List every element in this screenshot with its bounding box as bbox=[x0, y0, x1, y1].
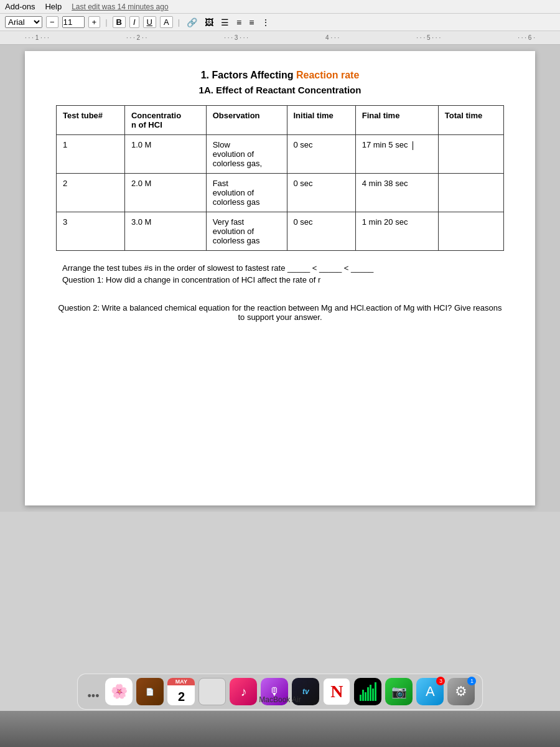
arrange-text: Arrange the test tubes #s in the order o… bbox=[56, 263, 504, 273]
col-header-observation: Observation bbox=[206, 106, 287, 135]
macbook-label-container: MacBook Air bbox=[0, 693, 560, 705]
cell-total-1[interactable] bbox=[438, 135, 503, 174]
font-selector[interactable]: Arial bbox=[5, 16, 42, 28]
cell-total-2[interactable] bbox=[438, 174, 503, 212]
cell-conc-1: 1.0 M bbox=[124, 135, 206, 174]
font-size-input[interactable] bbox=[62, 16, 85, 28]
last-edit-label: Last edit was 14 minutes ago bbox=[72, 2, 168, 11]
col-header-tube: Test tube# bbox=[57, 106, 125, 135]
cell-obs-2: Fastevolution ofcolorless gas bbox=[206, 174, 287, 212]
document-title: 1. Factors Affecting Reaction rate bbox=[56, 70, 504, 81]
align-button[interactable]: ≡ bbox=[247, 17, 256, 28]
ruler-mark-5: · · · 5 · · · bbox=[416, 34, 441, 41]
menu-addons[interactable]: Add-ons bbox=[5, 2, 35, 11]
bottom-bar bbox=[0, 711, 560, 747]
calendar-month: MAY bbox=[167, 678, 195, 685]
indent-button[interactable]: ☰ bbox=[219, 17, 231, 28]
cursor-blink bbox=[413, 141, 413, 150]
strikethrough-button[interactable]: A bbox=[160, 16, 173, 28]
appstore-badge: 3 bbox=[436, 677, 445, 685]
col-header-concentration: Concentration of HCI bbox=[124, 106, 206, 135]
link-button[interactable]: 🔗 bbox=[185, 17, 199, 28]
separator1: | bbox=[105, 17, 107, 27]
cell-final-2: 4 min 38 sec bbox=[355, 174, 438, 212]
cell-init-1: 0 sec bbox=[287, 135, 355, 174]
menu-help[interactable]: Help bbox=[45, 2, 62, 11]
menu-bar: Add-ons Help Last edit was 14 minutes ag… bbox=[0, 0, 560, 14]
title-highlight: Reaction rate bbox=[296, 70, 359, 80]
ruler-mark-1: · · · 1 · · · bbox=[25, 34, 49, 41]
cell-tube-3: 3 bbox=[57, 212, 125, 251]
toolbar: Arial − + | B I U A | 🔗 🖼 ☰ ≡ ≡ ⋮ bbox=[0, 14, 560, 31]
list-button[interactable]: ≡ bbox=[235, 17, 243, 28]
underline-button[interactable]: U bbox=[143, 16, 156, 28]
ruler-marks: · · · 1 · · · · · · 2 · · · · · 3 · · · … bbox=[25, 34, 535, 41]
cell-conc-2: 2.0 M bbox=[124, 174, 206, 212]
separator2: | bbox=[178, 17, 180, 27]
cell-conc-3: 3.0 M bbox=[124, 212, 206, 251]
col-header-initial: Initial time bbox=[287, 106, 355, 135]
ruler-mark-3: · · · 3 · · · bbox=[224, 34, 248, 41]
col-header-final: Final time bbox=[355, 106, 438, 135]
more-options-button[interactable]: ⋮ bbox=[259, 17, 272, 28]
table-header-row: Test tube# Concentration of HCI Observat… bbox=[57, 106, 504, 135]
syspref-badge: 1 bbox=[467, 677, 476, 685]
col-header-total: Total time bbox=[438, 106, 503, 135]
table-row: 1 1.0 M Slowevolution ofcolorless gas, 0… bbox=[57, 135, 504, 174]
document-area: 1. Factors Affecting Reaction rate 1A. E… bbox=[0, 45, 560, 512]
image-button[interactable]: 🖼 bbox=[203, 17, 215, 28]
table-row: 2 2.0 M Fastevolution ofcolorless gas 0 … bbox=[57, 174, 504, 212]
bold-button[interactable]: B bbox=[113, 16, 126, 28]
question1-text: Question 1: How did a change in concentr… bbox=[56, 275, 504, 284]
ruler-mark-2: · · · 2 · · bbox=[126, 34, 147, 41]
document-subtitle: 1A. Effect of Reactant Concentration bbox=[56, 85, 504, 95]
document-page[interactable]: 1. Factors Affecting Reaction rate 1A. E… bbox=[25, 51, 535, 505]
cell-final-1: 17 min 5 sec bbox=[355, 135, 438, 174]
cell-obs-3: Very fastevolution ofcolorless gas bbox=[206, 212, 287, 251]
cell-tube-1: 1 bbox=[57, 135, 125, 174]
cell-obs-1: Slowevolution ofcolorless gas, bbox=[206, 135, 287, 174]
increase-font-button[interactable]: + bbox=[88, 16, 101, 28]
ruler: · · · 1 · · · · · · 2 · · · · · 3 · · · … bbox=[0, 31, 560, 45]
ruler-mark-4: 4 · · · bbox=[325, 34, 339, 41]
question2-text: Question 2: Write a balanced chemical eq… bbox=[56, 303, 504, 322]
decrease-font-button[interactable]: − bbox=[46, 16, 58, 28]
ruler-mark-6: · · · 6 · bbox=[518, 34, 535, 41]
table-row: 3 3.0 M Very fastevolution ofcolorless g… bbox=[57, 212, 504, 251]
title-prefix: 1. Factors Affecting bbox=[201, 70, 296, 80]
cell-init-3: 0 sec bbox=[287, 212, 355, 251]
cell-init-2: 0 sec bbox=[287, 174, 355, 212]
cell-final-3: 1 min 20 sec bbox=[355, 212, 438, 251]
macbook-label: MacBook Air bbox=[259, 695, 301, 704]
italic-button[interactable]: I bbox=[129, 16, 139, 28]
data-table: Test tube# Concentration of HCI Observat… bbox=[56, 105, 504, 251]
cell-total-3[interactable] bbox=[438, 212, 503, 251]
cell-tube-2: 2 bbox=[57, 174, 125, 212]
